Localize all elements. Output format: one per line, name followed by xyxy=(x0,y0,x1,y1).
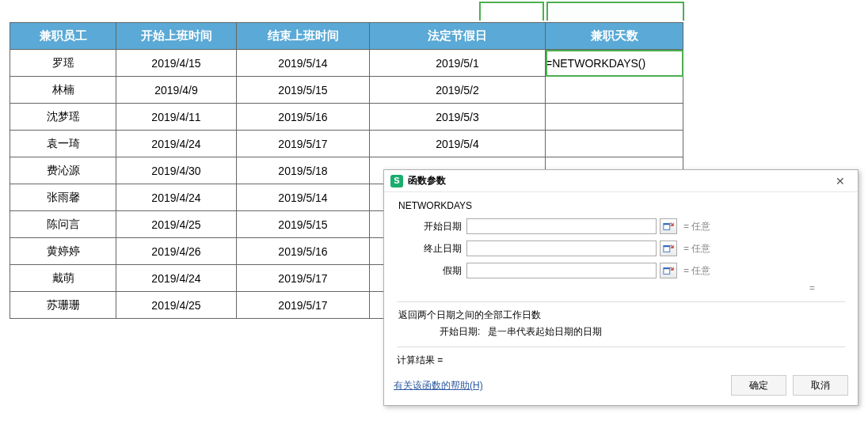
cell-holiday[interactable]: 2019/5/1 xyxy=(370,50,546,77)
param-description: 开始日期: 是一串代表起始日期的日期 xyxy=(440,325,847,339)
cell-employee[interactable]: 张雨馨 xyxy=(10,184,116,211)
cell-end[interactable]: 2019/5/16 xyxy=(237,104,370,131)
cell-employee[interactable]: 林楠 xyxy=(10,77,116,104)
param-row: 开始日期= 任意 xyxy=(395,216,847,237)
param-preview: = 任意 xyxy=(683,264,710,278)
result-mid-equals: = xyxy=(395,282,847,294)
cell-days[interactable] xyxy=(546,104,683,131)
cell-days[interactable] xyxy=(546,131,683,157)
dialog-titlebar[interactable]: S 函数参数 ✕ xyxy=(384,170,858,192)
cell-employee[interactable]: 袁一琦 xyxy=(10,131,116,157)
cell-holiday[interactable]: 2019/5/3 xyxy=(370,104,546,131)
param-description-text: 是一串代表起始日期的日期 xyxy=(488,326,602,337)
header-holiday: 法定节假日 xyxy=(370,23,546,50)
calc-result: 计算结果 = xyxy=(397,354,847,367)
dialog-title: 函数参数 xyxy=(408,174,829,187)
param-input[interactable] xyxy=(466,263,657,278)
cell-end[interactable]: 2019/5/15 xyxy=(237,77,370,104)
cell-end[interactable]: 2019/5/17 xyxy=(237,265,370,292)
cell-employee[interactable]: 黄婷婷 xyxy=(10,238,116,265)
cell-start[interactable]: 2019/4/26 xyxy=(116,238,237,265)
function-args-dialog: S 函数参数 ✕ NETWORKDAYS 开始日期= 任意终止日期= 任意假期=… xyxy=(383,169,858,406)
svg-rect-1 xyxy=(664,224,670,225)
svg-rect-5 xyxy=(664,268,670,270)
header-employee: 兼职员工 xyxy=(10,23,116,50)
cell-start[interactable]: 2019/4/11 xyxy=(116,104,237,131)
param-row: 终止日期= 任意 xyxy=(395,238,847,259)
cell-end[interactable]: 2019/5/14 xyxy=(237,184,370,211)
cell-employee[interactable]: 戴萌 xyxy=(10,265,116,292)
table-row: 罗瑶2019/4/152019/5/142019/5/1=NETWORKDAYS… xyxy=(10,50,683,77)
range-selector-icon[interactable] xyxy=(660,218,677,234)
help-link[interactable]: 有关该函数的帮助(H) xyxy=(394,379,725,392)
range-selector-icon[interactable] xyxy=(660,241,677,256)
table-row: 林楠2019/4/92019/5/152019/5/2 xyxy=(10,77,683,104)
cell-start[interactable]: 2019/4/25 xyxy=(116,292,237,319)
param-label: 终止日期 xyxy=(395,242,466,256)
cell-days[interactable]: =NETWORKDAYS() xyxy=(546,50,683,77)
header-end: 结束上班时间 xyxy=(237,23,370,50)
param-preview: = 任意 xyxy=(683,242,710,256)
param-description-label: 开始日期: xyxy=(440,326,480,337)
table-row: 袁一琦2019/4/242019/5/172019/5/4 xyxy=(10,131,683,157)
cell-employee[interactable]: 苏珊珊 xyxy=(10,292,116,319)
range-selector-icon[interactable] xyxy=(660,263,677,278)
cell-start[interactable]: 2019/4/9 xyxy=(116,77,237,104)
ok-button[interactable]: 确定 xyxy=(731,375,786,396)
cell-start[interactable]: 2019/4/25 xyxy=(116,211,237,238)
column-indicator-days xyxy=(546,2,684,21)
svg-rect-3 xyxy=(664,246,670,248)
table-row: 沈梦瑶2019/4/112019/5/162019/5/3 xyxy=(10,104,683,131)
divider xyxy=(397,347,845,347)
param-input[interactable] xyxy=(466,241,657,256)
function-name: NETWORKDAYS xyxy=(398,200,847,211)
cell-end[interactable]: 2019/5/17 xyxy=(237,131,370,157)
cell-holiday[interactable]: 2019/5/2 xyxy=(370,77,546,104)
cell-start[interactable]: 2019/4/24 xyxy=(116,131,237,157)
param-label: 假期 xyxy=(395,264,466,278)
cell-employee[interactable]: 陈问言 xyxy=(10,211,116,238)
header-start: 开始上班时间 xyxy=(116,23,237,50)
cell-start[interactable]: 2019/4/24 xyxy=(116,265,237,292)
param-preview: = 任意 xyxy=(683,220,710,233)
cell-end[interactable]: 2019/5/16 xyxy=(237,238,370,265)
cell-start[interactable]: 2019/4/30 xyxy=(116,157,237,184)
param-input[interactable] xyxy=(466,218,657,234)
cell-employee[interactable]: 沈梦瑶 xyxy=(10,104,116,131)
divider xyxy=(397,301,845,302)
app-icon: S xyxy=(390,175,403,187)
column-indicator-holiday xyxy=(479,2,544,21)
function-description: 返回两个日期之间的全部工作日数 xyxy=(398,309,847,322)
header-days: 兼职天数 xyxy=(546,23,683,50)
cell-end[interactable]: 2019/5/15 xyxy=(237,211,370,238)
cancel-button[interactable]: 取消 xyxy=(793,375,848,396)
cell-start[interactable]: 2019/4/24 xyxy=(116,184,237,211)
cell-employee[interactable]: 罗瑶 xyxy=(10,50,116,77)
param-row: 假期= 任意 xyxy=(395,260,847,281)
cell-end[interactable]: 2019/5/14 xyxy=(237,50,370,77)
param-label: 开始日期 xyxy=(395,220,466,233)
cell-days[interactable] xyxy=(546,77,683,104)
cell-end[interactable]: 2019/5/18 xyxy=(237,157,370,184)
cell-holiday[interactable]: 2019/5/4 xyxy=(370,131,546,157)
cell-start[interactable]: 2019/4/15 xyxy=(116,50,237,77)
close-icon[interactable]: ✕ xyxy=(829,173,851,189)
cell-employee[interactable]: 费沁源 xyxy=(10,157,116,184)
cell-end[interactable]: 2019/5/17 xyxy=(237,292,370,319)
